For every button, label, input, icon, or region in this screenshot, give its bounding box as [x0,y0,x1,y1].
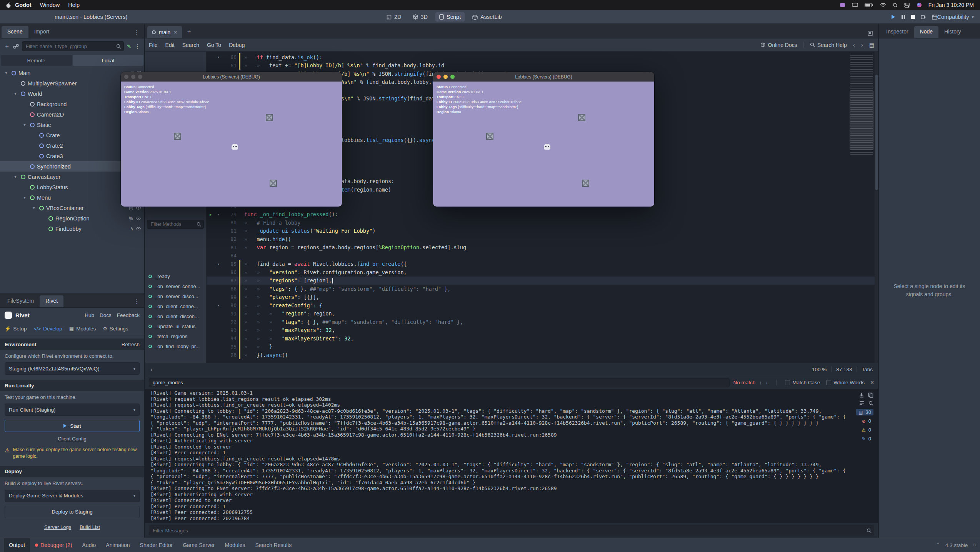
start-button[interactable]: Start [5,420,140,432]
copy-icon[interactable] [868,392,873,398]
find-next-button[interactable]: ↓ [765,380,768,385]
tab-rivet[interactable]: Rivet [40,295,63,307]
bottom-tab-game-server[interactable]: Game Server [178,538,220,552]
find-input[interactable] [149,378,730,387]
zoom-level[interactable]: 100 % [812,367,827,372]
run-target-dropdown[interactable]: Run Client (Staging) ▾ [5,404,140,416]
dock-menu-icon[interactable]: ⋮ [134,298,143,307]
tab-node[interactable]: Node [914,26,938,38]
find-previous-button[interactable]: ↑ [759,380,762,385]
expand-arrow-icon[interactable]: ▾ [3,71,9,75]
rivet-nav-settings[interactable]: ⚙Settings [103,326,128,332]
code-line-85[interactable]: ▾85» find_data = await Rivet.lobbies.fin… [207,260,878,268]
code-line-88[interactable]: 88» » "tags": { }, ##"map": "sandstorm",… [207,285,878,293]
menu-file[interactable]: File [149,42,158,48]
search-icon[interactable] [868,401,873,406]
workspace-tab-assetlib[interactable]: AssetLib [468,12,506,22]
code-line-81[interactable]: 81» _update_ui_status("Waiting For Lobby… [207,227,878,235]
scroll-to-end-icon[interactable] [859,392,864,398]
zoom-window-icon[interactable] [450,75,455,79]
method-item[interactable]: _on_client_conne... [145,301,206,311]
code-line-80[interactable]: 80» # Find a lobby [207,218,878,227]
siri-icon[interactable] [917,2,922,8]
code-line-79[interactable]: ▶▾79func _on_find_lobby_pressed(): [207,210,878,219]
menu-debug[interactable]: Debug [229,42,245,48]
toggle-scripts-panel-button[interactable]: ‹ [150,366,152,373]
menu-godot[interactable]: Godot [15,2,32,8]
expand-arrow-icon[interactable]: ▾ [12,92,18,96]
eye-icon[interactable] [136,217,141,220]
filter-messages-input[interactable] [149,525,874,535]
stop-button[interactable] [911,15,915,19]
spotlight-icon[interactable] [893,3,898,8]
find-option-match-case[interactable]: Match Case [785,380,820,385]
errors-filter-button[interactable]: ⊗0 [860,418,873,424]
tab-scene[interactable]: Scene [2,26,28,38]
scene-tree-menu-button[interactable]: ⋮ [134,43,140,50]
refresh-button[interactable]: Refresh [122,342,140,347]
instance-scene-button[interactable] [13,44,19,49]
menu-bar-clock[interactable]: Fri Jan 3 10:20 PM [928,2,974,8]
bottom-tab-animation[interactable]: Animation [101,538,135,552]
code-line-60[interactable]: ▾60» if find_data.is_ok(): [207,53,878,62]
pause-button[interactable] [901,15,905,20]
play-scene-button[interactable] [921,15,927,20]
percent-icon[interactable]: % [129,216,133,221]
eye-icon[interactable] [136,227,141,230]
mode-button-remote[interactable]: Remote [1,55,72,66]
close-window-icon[interactable] [437,75,441,79]
docs-link[interactable]: Docs [100,312,112,318]
code-line-89[interactable]: 89» » "players": [{}], [207,293,878,302]
history-forward-button[interactable]: › [861,42,863,48]
menu-go-to[interactable]: Go To [207,42,221,48]
scene-filter-input[interactable] [22,41,124,51]
menu-edit[interactable]: Edit [165,42,175,48]
code-line-95[interactable]: 95» » } [207,343,878,351]
server-logs-link[interactable]: Server Logs [44,522,71,532]
display-icon[interactable] [852,3,858,7]
game-window-2[interactable]: Lobbies (Servers) (DEBUG) Status Connect… [433,72,654,207]
method-item[interactable]: _fetch_regions [145,331,206,341]
feedback-link[interactable]: Feedback [117,312,140,318]
filter-methods-input[interactable] [147,220,204,229]
method-item[interactable]: _ready [145,271,206,281]
client-config-link[interactable]: Client Config [0,434,144,444]
game-window-1[interactable]: Lobbies (Servers) (DEBUG) Status Connect… [121,72,342,207]
environment-dropdown[interactable]: Staging (IeI6M20z1Jt4S5rnI5VQxWcQ) ▾ [5,362,140,375]
class-reference-icon[interactable]: ▤ [869,42,874,48]
tree-node-regionoption[interactable]: RegionOption% [0,213,144,223]
bottom-tab-modules[interactable]: Modules [220,538,250,552]
play-button[interactable] [891,14,896,20]
dock-menu-icon[interactable]: ⋮ [134,29,143,38]
deploy-to-staging-button[interactable]: Deploy to Staging [5,506,140,518]
apple-menu-icon[interactable] [6,2,11,8]
fold-arrow-icon[interactable]: ▾ [215,212,222,217]
bottom-tab-debugger-2[interactable]: Debugger (2) [30,538,77,552]
menu-window[interactable]: Window [40,2,60,8]
find-option-whole-words[interactable]: Whole Words [826,380,865,385]
workspace-tab-2d[interactable]: 2D [383,12,405,22]
script-tab-main[interactable]: main ✕ [147,26,182,38]
signal-icon[interactable]: ϟ [131,226,133,232]
method-item[interactable]: _on_find_lobby_pr... [145,341,206,351]
workspace-tab-script[interactable]: Script [435,12,465,22]
collapse-duplicates-icon[interactable] [859,401,865,406]
indent-mode[interactable]: Tabs [862,367,873,372]
history-back-button[interactable]: ‹ [853,42,855,48]
close-window-icon[interactable] [124,75,128,79]
expand-arrow-icon[interactable]: ▾ [22,195,28,200]
menu-help[interactable]: Help [68,2,80,8]
game-viewport[interactable]: Status ConnectedGame Version 2025.01.03-… [433,82,654,207]
method-item[interactable]: _on_server_conne... [145,281,206,291]
code-minimap[interactable] [850,54,873,155]
mode-button-local[interactable]: Local [73,55,144,66]
close-icon[interactable]: ✕ [870,380,874,385]
checkbox[interactable] [785,380,790,385]
attach-script-button[interactable]: ✎ [127,43,131,49]
eye-icon[interactable] [136,206,141,210]
output-log[interactable]: [Rivet] Game version: 2025.01.03-1[Rivet… [145,389,878,523]
screen-mirroring-icon[interactable] [840,3,845,7]
bottom-tab-audio[interactable]: Audio [77,538,101,552]
code-line-87[interactable]: 87» » "regions": [region], [207,277,878,285]
expand-panel-icon[interactable]: ⌃ [936,542,940,548]
